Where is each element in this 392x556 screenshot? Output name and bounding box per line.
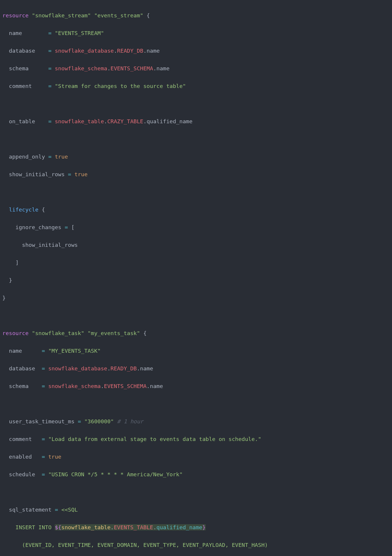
brace-open: {: [147, 12, 150, 19]
attr-show-initial-rows: show_initial_rows: [9, 171, 64, 177]
attr-timeout: user_task_timeout_ms: [9, 418, 74, 425]
resource-name: "events_stream": [94, 12, 143, 19]
code-content: resource "snowflake_stream" "events_stre…: [2, 2, 392, 556]
bracket-open: [: [71, 224, 74, 230]
bool-value: true: [48, 454, 62, 460]
attr-schedule: schedule: [9, 471, 35, 477]
heredoc-open: <<SQL: [62, 507, 78, 513]
ref: READY_DB: [111, 365, 137, 372]
string-value: "USING CRON */5 * * * * America/New_York…: [48, 471, 183, 477]
equals: =: [48, 154, 52, 160]
dot: .: [153, 524, 156, 530]
interp-ref: EVENTS_TABLE: [114, 524, 153, 530]
attr-schema: schema: [9, 383, 29, 389]
brace-open: {: [42, 207, 45, 213]
interp-close: }: [202, 524, 205, 530]
equals: =: [48, 83, 52, 89]
equals: =: [48, 30, 52, 36]
ref: snowflake_schema: [48, 383, 101, 389]
resource-name: "my_events_task": [88, 330, 140, 336]
dot: .: [147, 383, 150, 389]
code-editor[interactable]: resource "snowflake_stream" "events_stre…: [0, 0, 392, 556]
equals: =: [55, 507, 58, 513]
attr-name: name: [9, 30, 22, 36]
attr-enabled: enabled: [9, 454, 32, 460]
keyword-resource: resource: [2, 330, 29, 336]
attr-sql-statement: sql_statement: [9, 507, 52, 513]
list-item: show_initial_rows: [22, 242, 78, 248]
string-value: "3600000": [84, 418, 114, 425]
string-value: "MY_EVENTS_TASK": [48, 348, 101, 354]
string-value: "Stream for changes to the source table": [55, 83, 186, 89]
attr-schema: schema: [9, 65, 29, 71]
ref: EVENTS_SCHEMA: [111, 65, 153, 71]
dot: .: [104, 118, 107, 124]
equals: =: [48, 48, 52, 54]
equals: =: [42, 383, 45, 389]
sql-line: (EVENT_ID, EVENT_TIME, EVENT_DOMAIN, EVE…: [2, 542, 268, 548]
ref: READY_DB: [117, 48, 143, 54]
interp-attr: qualified_name: [157, 524, 202, 530]
attr-append-only: append_only: [9, 154, 45, 160]
equals: =: [48, 118, 52, 124]
dot: .: [107, 365, 110, 372]
bool-value: true: [55, 154, 68, 160]
ref: snowflake_database: [55, 48, 114, 54]
keyword-resource: resource: [2, 12, 29, 19]
bracket-close: ]: [16, 259, 19, 266]
dot: .: [143, 48, 147, 54]
equals: =: [42, 436, 45, 442]
dot: .: [101, 383, 104, 389]
interp-ref: snowflake_table: [62, 524, 111, 530]
ref: EVENTS_SCHEMA: [104, 383, 147, 389]
ref: CRAZY_TABLE: [107, 118, 143, 124]
ref-attr: qualified_name: [147, 118, 192, 124]
equals: =: [78, 418, 81, 425]
attr-database: database: [9, 48, 35, 54]
ref: snowflake_schema: [55, 65, 107, 71]
equals: =: [42, 365, 45, 372]
ref: snowflake_database: [48, 365, 107, 372]
equals: =: [48, 65, 52, 71]
dot: .: [153, 65, 156, 71]
attr-ignore-changes: ignore_changes: [16, 224, 62, 230]
attr-comment: comment: [9, 83, 32, 89]
ref-attr: name: [157, 65, 170, 71]
equals: =: [42, 348, 45, 354]
sql-line: INSERT INTO: [2, 524, 55, 530]
attr-name: name: [9, 348, 22, 354]
bool-value: true: [74, 171, 88, 177]
ref: snowflake_table: [55, 118, 104, 124]
string-value: "EVENTS_STREAM": [55, 30, 104, 36]
interpolation: ${snowflake_table.EVENTS_TABLE.qualified…: [55, 524, 205, 530]
attr-comment: comment: [9, 436, 32, 442]
dot: .: [137, 365, 140, 372]
equals: =: [42, 471, 45, 477]
dot: .: [143, 118, 147, 124]
equals: =: [68, 171, 71, 177]
interp-open: ${: [55, 524, 61, 530]
attr-on-table: on_table: [9, 118, 35, 124]
equals: =: [42, 454, 45, 460]
dot: .: [107, 65, 110, 71]
equals: =: [65, 224, 68, 230]
resource-type: "snowflake_stream": [32, 12, 91, 19]
brace-open: {: [143, 330, 147, 336]
ref-attr: name: [147, 48, 160, 54]
string-value: "Load data from external stage to events…: [48, 436, 261, 442]
dot: .: [111, 524, 114, 530]
comment: # 1 hour: [117, 418, 143, 425]
brace-close: }: [9, 277, 12, 283]
block-lifecycle: lifecycle: [9, 207, 38, 213]
resource-type: "snowflake_task": [32, 330, 84, 336]
dot: .: [114, 48, 117, 54]
ref-attr: name: [140, 365, 153, 372]
attr-database: database: [9, 365, 35, 372]
brace-close: }: [2, 295, 6, 301]
ref-attr: name: [150, 383, 163, 389]
